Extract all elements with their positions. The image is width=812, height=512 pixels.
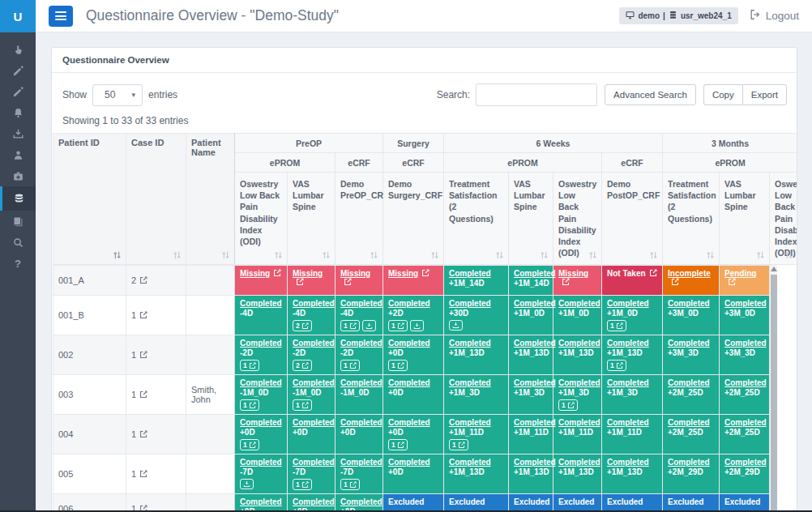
download-badge[interactable] bbox=[410, 320, 424, 331]
sort-icon[interactable] bbox=[274, 250, 283, 260]
page-size-select[interactable]: 50 ▾ bbox=[92, 84, 143, 106]
sidebar-item-patients[interactable] bbox=[0, 144, 36, 165]
status-link[interactable]: Completed bbox=[340, 458, 382, 467]
status-link[interactable]: Completed bbox=[240, 458, 282, 467]
questionnaire-header[interactable]: Oswestry Low Back Pain Disability Index … bbox=[553, 173, 602, 265]
status-link[interactable]: Completed bbox=[340, 299, 382, 308]
status-link[interactable]: Completed bbox=[340, 418, 382, 427]
edit-badge[interactable]: 1 bbox=[340, 479, 360, 490]
edit-badge[interactable]: 2 bbox=[293, 360, 312, 371]
edit-badge[interactable]: 1 bbox=[293, 479, 312, 490]
status-link[interactable]: Completed bbox=[607, 299, 649, 308]
status-link[interactable]: Completed bbox=[668, 339, 710, 348]
status-link[interactable]: Completed bbox=[558, 339, 600, 348]
status-link[interactable]: Missing bbox=[293, 269, 323, 278]
download-badge[interactable] bbox=[449, 320, 463, 331]
questionnaire-header[interactable]: Oswestry Low Back Pain Disability Index … bbox=[235, 173, 288, 265]
status-link[interactable]: Completed bbox=[514, 458, 556, 467]
sort-icon[interactable] bbox=[756, 250, 765, 260]
edit-icon[interactable] bbox=[273, 269, 281, 277]
sidebar-item-medical[interactable] bbox=[0, 165, 36, 186]
edit-badge[interactable]: 1 bbox=[388, 320, 408, 331]
status-link[interactable]: Incomplete bbox=[668, 269, 711, 278]
sidebar-item-pointer[interactable] bbox=[0, 39, 36, 60]
scrollbar-thumb[interactable] bbox=[771, 275, 777, 512]
status-link[interactable]: Completed bbox=[514, 269, 556, 278]
questionnaire-header[interactable]: Oswestry Low Back Pain Disability Index … bbox=[770, 173, 797, 265]
status-link[interactable]: Completed bbox=[388, 458, 430, 467]
status-link[interactable]: Missing bbox=[558, 269, 588, 278]
status-link[interactable]: Completed bbox=[668, 458, 710, 467]
edit-icon[interactable] bbox=[649, 269, 657, 277]
questionnaire-header[interactable]: Demo Surgery_CRF bbox=[383, 173, 444, 265]
sidebar-item-help[interactable]: ? bbox=[0, 253, 36, 274]
edit-icon[interactable] bbox=[344, 278, 352, 286]
scroll-up-arrow-icon[interactable] bbox=[771, 267, 777, 271]
sort-icon[interactable] bbox=[370, 250, 378, 260]
search-input[interactable] bbox=[476, 83, 597, 106]
edit-icon[interactable] bbox=[421, 269, 430, 277]
status-link[interactable]: Completed bbox=[514, 299, 556, 308]
sort-icon[interactable] bbox=[784, 250, 793, 260]
questionnaire-header[interactable]: VAS Lumbar Spine bbox=[720, 173, 770, 265]
status-link[interactable]: Completed bbox=[340, 497, 382, 506]
edit-badge[interactable]: 1 bbox=[388, 439, 408, 450]
status-link[interactable]: Missing bbox=[240, 269, 270, 278]
questionnaire-header[interactable]: Demo PreOP_CRF bbox=[335, 173, 383, 265]
status-link[interactable]: Completed bbox=[293, 458, 335, 467]
status-link[interactable]: Pending bbox=[724, 269, 756, 278]
status-link[interactable]: Completed bbox=[558, 299, 600, 308]
sidebar-item-import[interactable] bbox=[0, 123, 36, 144]
questionnaire-header[interactable]: VAS Lumbar Spine bbox=[288, 173, 335, 265]
edit-icon[interactable] bbox=[139, 470, 147, 478]
status-link[interactable]: Completed bbox=[293, 378, 335, 387]
edit-badge[interactable]: 1 bbox=[607, 360, 626, 371]
edit-icon[interactable] bbox=[139, 430, 147, 438]
edit-badge[interactable]: 1 bbox=[293, 399, 312, 411]
column-header[interactable]: Patient ID bbox=[53, 134, 126, 265]
edit-badge[interactable]: 1 bbox=[388, 360, 408, 371]
sidebar-item-data[interactable] bbox=[0, 186, 36, 211]
edit-badge[interactable]: 1 bbox=[340, 320, 360, 331]
copy-button[interactable]: Copy bbox=[703, 84, 742, 105]
advanced-search-button[interactable]: Advanced Search bbox=[605, 84, 696, 105]
status-link[interactable]: Completed bbox=[449, 418, 491, 427]
status-link[interactable]: Completed bbox=[607, 378, 649, 387]
sort-icon[interactable] bbox=[173, 250, 182, 260]
sidebar-toggle-button[interactable] bbox=[49, 6, 73, 27]
status-link[interactable]: Completed bbox=[293, 497, 335, 506]
status-link[interactable]: Completed bbox=[724, 339, 767, 348]
status-link[interactable]: Completed bbox=[388, 378, 430, 387]
logout-button[interactable]: Logout bbox=[750, 9, 799, 23]
edit-badge[interactable]: 1 bbox=[558, 399, 578, 411]
status-link[interactable]: Completed bbox=[668, 418, 710, 427]
edit-icon[interactable] bbox=[139, 351, 147, 359]
sort-icon[interactable] bbox=[540, 250, 549, 260]
edit-icon[interactable] bbox=[671, 278, 679, 286]
sidebar-item-search[interactable] bbox=[0, 232, 36, 253]
sort-icon[interactable] bbox=[706, 250, 715, 260]
status-link[interactable]: Completed bbox=[668, 378, 710, 387]
status-link[interactable]: Completed bbox=[514, 378, 556, 387]
status-link[interactable]: Completed bbox=[607, 458, 649, 467]
status-link[interactable]: Completed bbox=[724, 418, 767, 427]
vertical-scrollbar[interactable] bbox=[769, 265, 777, 512]
questionnaire-header[interactable]: Treatment Satisfaction (2 Questions) bbox=[444, 173, 509, 265]
status-link[interactable]: Completed bbox=[293, 299, 335, 308]
status-link[interactable]: Completed bbox=[388, 299, 430, 308]
status-link[interactable]: Completed bbox=[340, 378, 382, 387]
edit-icon[interactable] bbox=[562, 278, 570, 286]
status-link[interactable]: Completed bbox=[449, 339, 491, 348]
status-link[interactable]: Completed bbox=[240, 418, 282, 427]
status-link[interactable]: Completed bbox=[558, 378, 600, 387]
sort-icon[interactable] bbox=[588, 250, 597, 260]
status-link[interactable]: Completed bbox=[449, 458, 491, 467]
status-link[interactable]: Completed bbox=[724, 378, 767, 387]
edit-badge[interactable]: 1 bbox=[240, 360, 259, 371]
status-link[interactable]: Completed bbox=[340, 339, 382, 348]
status-link[interactable]: Completed bbox=[240, 497, 282, 506]
questionnaire-header[interactable]: Treatment Satisfaction (2 Questions) bbox=[663, 173, 720, 265]
sort-icon[interactable] bbox=[113, 250, 122, 260]
status-link[interactable]: Completed bbox=[558, 418, 600, 427]
questionnaire-header[interactable]: Demo PostOP_CRF bbox=[602, 173, 663, 265]
